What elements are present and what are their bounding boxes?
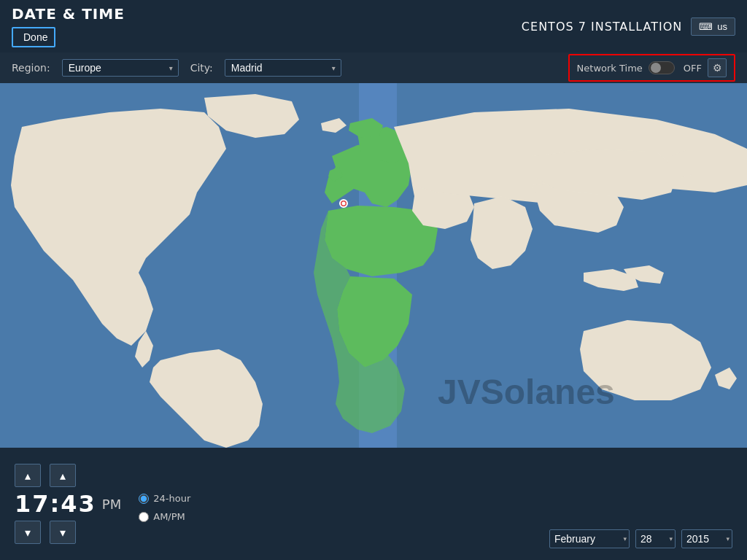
- date-section: January February March April May June Ju…: [549, 529, 732, 548]
- region-city-section: Region: Europe America Asia Africa Austr…: [12, 59, 341, 77]
- network-time-label: Network Time: [577, 63, 643, 74]
- city-dropdown-wrapper: Madrid Paris London Berlin ▾: [225, 59, 341, 77]
- month-dropdown[interactable]: January February March April May June Ju…: [549, 529, 630, 548]
- format-24h-option[interactable]: 24-hour: [139, 493, 190, 504]
- done-button[interactable]: Done: [12, 27, 55, 47]
- separator-spacer2: [42, 521, 48, 544]
- region-label: Region:: [12, 62, 50, 74]
- header-right: CENTOS 7 INSTALLATION ⌨ us: [522, 18, 735, 36]
- world-map[interactable]: JVSolanes: [0, 83, 747, 448]
- day-dropdown[interactable]: 12345 678910 1112131415 1617181920 21222…: [635, 529, 676, 548]
- city-dropdown[interactable]: Madrid Paris London Berlin: [225, 59, 341, 77]
- time-value: 17:43: [15, 490, 96, 518]
- time-arrows-top: ▴ ▴: [15, 464, 76, 487]
- network-time-toggle[interactable]: [649, 61, 675, 74]
- hours-decrement-button[interactable]: ▾: [15, 521, 41, 544]
- network-time-settings-button[interactable]: ⚙: [708, 58, 727, 77]
- time-colon: :: [50, 490, 61, 518]
- keyboard-icon: ⌨: [699, 21, 713, 32]
- region-dropdown-wrapper: Europe America Asia Africa Australia ▾: [62, 59, 179, 77]
- minutes-value: 43: [61, 490, 96, 518]
- gear-icon: ⚙: [713, 62, 722, 74]
- header-left: DATE & TIME Done: [12, 5, 125, 47]
- format-ampm-radio[interactable]: [139, 512, 149, 522]
- hours-increment-button[interactable]: ▴: [15, 464, 41, 487]
- network-time-state: OFF: [684, 63, 702, 74]
- world-map-svg: JVSolanes: [0, 83, 747, 448]
- year-dropdown-wrapper: 2013 2014 2015 2016 2017 ▾: [681, 529, 732, 548]
- toggle-track[interactable]: [649, 61, 675, 74]
- minutes-increment-button[interactable]: ▴: [50, 464, 76, 487]
- svg-text:JVSolanes: JVSolanes: [438, 373, 615, 411]
- format-24h-label: 24-hour: [153, 493, 190, 504]
- time-section: ▴ ▴ 17:43 PM ▾ ▾: [15, 464, 121, 544]
- day-dropdown-wrapper: 12345 678910 1112131415 1617181920 21222…: [635, 529, 676, 548]
- format-ampm-label: AM/PM: [153, 511, 185, 522]
- separator-spacer: [42, 464, 48, 487]
- toggle-knob: [651, 63, 661, 73]
- year-dropdown[interactable]: 2013 2014 2015 2016 2017: [681, 529, 732, 548]
- ampm-label: PM: [102, 497, 121, 512]
- city-label: City:: [190, 62, 213, 74]
- format-24h-radio[interactable]: [139, 494, 149, 504]
- header: DATE & TIME Done CENTOS 7 INSTALLATION ⌨…: [0, 0, 747, 52]
- network-time-box: Network Time OFF ⚙: [568, 54, 735, 82]
- time-arrows-bottom: ▾ ▾: [15, 521, 76, 544]
- svg-point-3: [342, 202, 346, 206]
- keyboard-button[interactable]: ⌨ us: [691, 18, 735, 36]
- install-label: CENTOS 7 INSTALLATION: [522, 20, 682, 34]
- hours-value: 17: [15, 490, 50, 518]
- controls-row: Region: Europe America Asia Africa Austr…: [0, 52, 747, 83]
- format-ampm-option[interactable]: AM/PM: [139, 511, 190, 522]
- bottom-panel: ▴ ▴ 17:43 PM ▾ ▾ 24-hour AM/PM: [0, 448, 747, 560]
- format-section: 24-hour AM/PM: [139, 493, 190, 522]
- region-dropdown[interactable]: Europe America Asia Africa Australia: [62, 59, 179, 77]
- time-display: 17:43 PM: [15, 490, 121, 518]
- page-title: DATE & TIME: [12, 5, 125, 23]
- month-dropdown-wrapper: January February March April May June Ju…: [549, 529, 630, 548]
- minutes-decrement-button[interactable]: ▾: [50, 521, 76, 544]
- keyboard-lang: us: [717, 21, 727, 32]
